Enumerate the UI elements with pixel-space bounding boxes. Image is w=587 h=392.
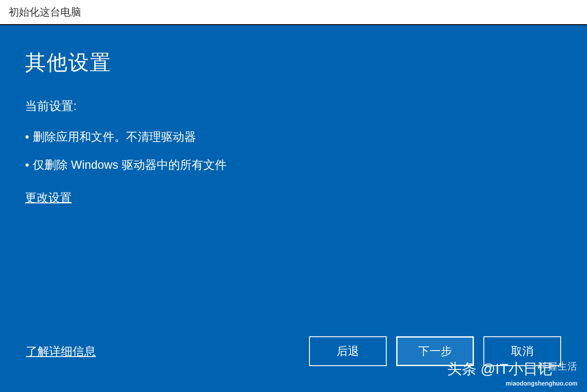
content-area: 其他设置 当前设置: 删除应用和文件。不清理驱动器 仅删除 Windows 驱动… — [0, 25, 587, 336]
watermark-url: miaodongshenghuo.com — [506, 380, 578, 387]
current-settings-label: 当前设置: — [25, 98, 561, 114]
change-settings-link[interactable]: 更改设置 — [25, 190, 72, 205]
setting-item-1: 仅删除 Windows 驱动器中的所有文件 — [25, 156, 561, 174]
settings-list: 删除应用和文件。不清理驱动器 仅删除 Windows 驱动器中的所有文件 — [25, 128, 561, 174]
watermark-side: 科握生活 — [538, 360, 578, 373]
page-heading: 其他设置 — [25, 49, 561, 76]
title-bar: 初始化这台电脑 — [0, 0, 587, 25]
watermark-main: 头条 @IT小日记 — [447, 359, 552, 379]
setting-item-0: 删除应用和文件。不清理驱动器 — [25, 128, 561, 146]
back-button[interactable]: 后退 — [309, 336, 387, 366]
window-title: 初始化这台电脑 — [9, 5, 81, 19]
learn-more-link[interactable]: 了解详细信息 — [26, 344, 96, 359]
